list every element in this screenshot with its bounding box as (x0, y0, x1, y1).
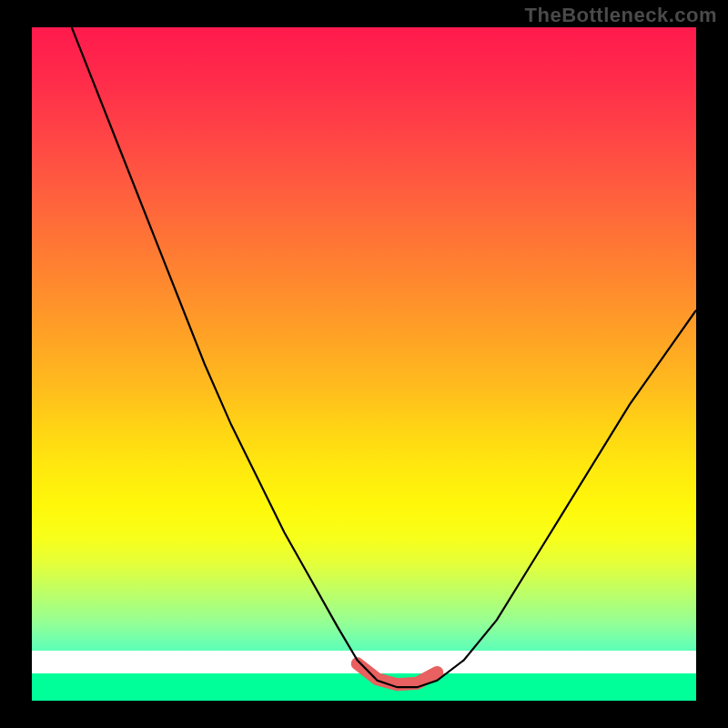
bottleneck-curve-line (72, 27, 696, 687)
attribution-text: TheBottleneck.com (525, 4, 717, 27)
chart-plot-area (32, 27, 696, 701)
curve-overlay (32, 27, 696, 701)
optimal-region-highlight (358, 663, 438, 684)
